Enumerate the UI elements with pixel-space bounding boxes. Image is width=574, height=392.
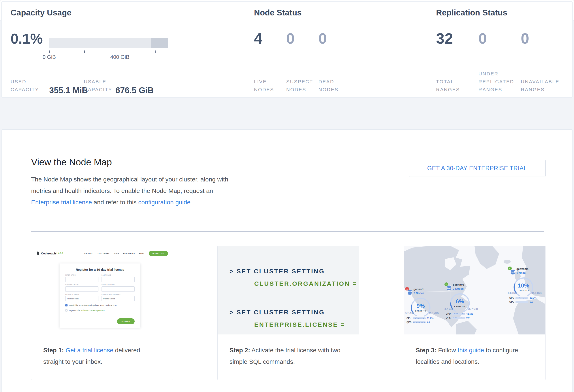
capacity-range: 3.6 GiB 34.4 GiB [508, 292, 542, 294]
unavailable-ranges-label: UNAVAILABLE RANGES [521, 78, 559, 94]
get-trial-license-link[interactable]: Get a trial license [65, 347, 113, 354]
qps-sparkline-icon [515, 301, 528, 303]
database-icon [407, 289, 413, 295]
capacity-usage-title: Capacity Usage [11, 8, 71, 18]
locality-name: geo=sfo [413, 288, 424, 291]
mini-nav-blog[interactable]: BLOG [139, 252, 144, 254]
first-name-label: FIRST NAME [65, 274, 99, 276]
qps-sparkline-icon [413, 321, 426, 323]
qps-sparkline-icon [452, 317, 465, 319]
capacity-axis-label-mid: 400 GiB [110, 54, 129, 60]
capacity-percent-value: 10% [513, 282, 534, 289]
section-divider [31, 231, 544, 232]
replication-status-title: Replication Status [436, 8, 507, 18]
email-updates-label: I would like to receive email updates ab… [69, 304, 117, 306]
unavailable-ranges-value: 0 [521, 30, 530, 47]
company-name-field[interactable] [65, 286, 99, 292]
mini-submit-button[interactable]: SUBMIT [117, 318, 135, 324]
cluster-summary-panel: Capacity Usage 0.1% 0 GiB 400 GiB USED C… [1, 1, 573, 98]
mini-download-button[interactable]: DOWNLOAD [149, 251, 168, 256]
cockroach-bug-icon [36, 251, 40, 256]
reason-for-interest-select[interactable]: Please Select [102, 296, 135, 301]
locality-node-count: 1 Node [516, 271, 526, 275]
license-agreement-label: I agree to the [69, 309, 81, 312]
step-1-card: Cockroach LABS PRODUCT CUSTOMERS DOCS RE… [31, 246, 173, 380]
capacity-percent-value: 6% [449, 298, 471, 305]
configuration-guide-link[interactable]: configuration guide [138, 199, 191, 206]
mini-site-header: Cockroach LABS PRODUCT CUSTOMERS DOCS RE… [36, 249, 168, 258]
capacity-percent-value: 9% [410, 302, 431, 309]
mini-nav-customers[interactable]: CUSTOMERS [98, 252, 109, 254]
project-phase-select[interactable]: Please Select [65, 296, 99, 301]
form-title: Register for a 30-day trial license [65, 268, 135, 271]
capacity-axis-tick [120, 51, 120, 53]
qps-stat-row: QPS 4.7 [407, 321, 430, 323]
capacity-caption: CAPACITY [449, 305, 471, 308]
dead-nodes-value: 0 [318, 30, 327, 47]
capacity-axis-tick [84, 51, 85, 53]
capacity-bar [49, 38, 168, 48]
live-nodes-value: 4 [254, 30, 263, 47]
node-map-enterprise-section: View the Node Map The Node Map shows the… [1, 130, 573, 392]
get-enterprise-trial-button[interactable]: GET A 30-DAY ENTERPRISE TRIAL [409, 160, 546, 177]
reason-for-interest-label: REASON FOR INTEREST [102, 294, 135, 295]
capacity-bar-reserved-segment [151, 38, 168, 48]
software-license-agreement-link[interactable]: Software License Agreement. [81, 309, 105, 312]
license-agreement-checkbox[interactable] [65, 309, 67, 312]
qps-stat-row: QPS 0.0 [446, 316, 470, 319]
step-1-caption: Step 1: Get a trial license delivered st… [31, 335, 173, 368]
first-name-field[interactable] [65, 277, 99, 282]
locality-name: geo=ams [516, 267, 529, 271]
capacity-gauge: 9% CAPACITY [410, 297, 431, 318]
mini-nav-resources[interactable]: RESOURCES [123, 252, 135, 254]
sql-commands-preview: > SET CLUSTER SETTING CLUSTER.ORGANIZATI… [218, 246, 359, 335]
project-phase-label: PROJECT PHASE [65, 294, 99, 295]
mini-site-logo-suffix: LABS [57, 252, 63, 255]
cpu-stat-row: CPU 42.5% [446, 312, 473, 315]
under-replicated-ranges-label: UNDER- REPLICATED RANGES [478, 70, 514, 94]
cpu-stat-row: CPU 11.0% [407, 317, 433, 319]
cpu-stat-row: CPU 12.3% [509, 297, 536, 299]
cluster-overview-page: Capacity Usage 0.1% 0 GiB 400 GiB USED C… [0, 0, 574, 392]
step-3-caption: Step 3: Follow this guide to configure l… [404, 335, 545, 368]
form-fields: FIRST NAME LAST NAME COMPANY NAME [65, 274, 135, 301]
last-name-label: LAST NAME [102, 274, 135, 276]
last-name-field[interactable] [102, 277, 135, 282]
this-guide-link[interactable]: this guide [458, 347, 484, 354]
capacity-percent: 0.1% [11, 31, 43, 47]
sql-line-1: > SET CLUSTER SETTING [229, 268, 359, 275]
node-status-title: Node Status [254, 8, 302, 18]
email-updates-row: ✓ I would like to receive email updates … [65, 304, 135, 306]
license-agreement-row: I agree to the Software License Agreemen… [65, 309, 135, 312]
email-updates-checkbox[interactable]: ✓ [65, 304, 67, 306]
sql-line-3: > SET CLUSTER SETTING [229, 309, 359, 316]
mini-nav-docs[interactable]: DOCS [114, 252, 119, 254]
usable-capacity-value: 676.5 GiB [115, 86, 154, 95]
used-capacity-label: USED CAPACITY [11, 78, 39, 94]
database-icon [446, 285, 452, 291]
enterprise-trial-license-link[interactable]: Enterprise trial license [31, 199, 92, 206]
mini-nav-product[interactable]: PRODUCT [84, 252, 93, 254]
trial-steps-row: Cockroach LABS PRODUCT CUSTOMERS DOCS RE… [31, 246, 546, 381]
sql-line-2: CLUSTER.ORGANIZATION = [254, 280, 359, 287]
capacity-range: 3.7 GiB 65.7 GiB [445, 308, 478, 310]
capacity-caption: CAPACITY [410, 310, 431, 312]
sql-line-4: ENTERPRISE.LICENSE = [254, 321, 359, 328]
mini-site-logo: Cockroach [41, 252, 56, 255]
step-2-caption: Step 2: Activate the trial license with … [218, 335, 359, 368]
capacity-gauge: 10% CAPACITY [513, 277, 534, 298]
dead-nodes-label: DEAD NODES [318, 78, 339, 94]
cpu-sparkline-icon [413, 317, 426, 319]
under-replicated-ranges-value: 0 [478, 30, 487, 47]
suspect-nodes-value: 0 [286, 30, 295, 47]
locality-node-count: 2 Nodes [413, 292, 424, 295]
company-email-field[interactable] [102, 286, 135, 292]
total-ranges-label: TOTAL RANGES [436, 78, 460, 94]
capacity-gauge: 6% CAPACITY [449, 293, 471, 314]
database-icon [510, 269, 515, 275]
live-nodes-label: LIVE NODES [254, 78, 274, 94]
used-capacity-value: 355.1 MiB [49, 86, 88, 95]
step-3-card: 1 geo=sfo 2 Nodes [404, 246, 546, 380]
total-ranges-value: 32 [436, 30, 453, 47]
page-title: View the Node Map [31, 157, 112, 168]
